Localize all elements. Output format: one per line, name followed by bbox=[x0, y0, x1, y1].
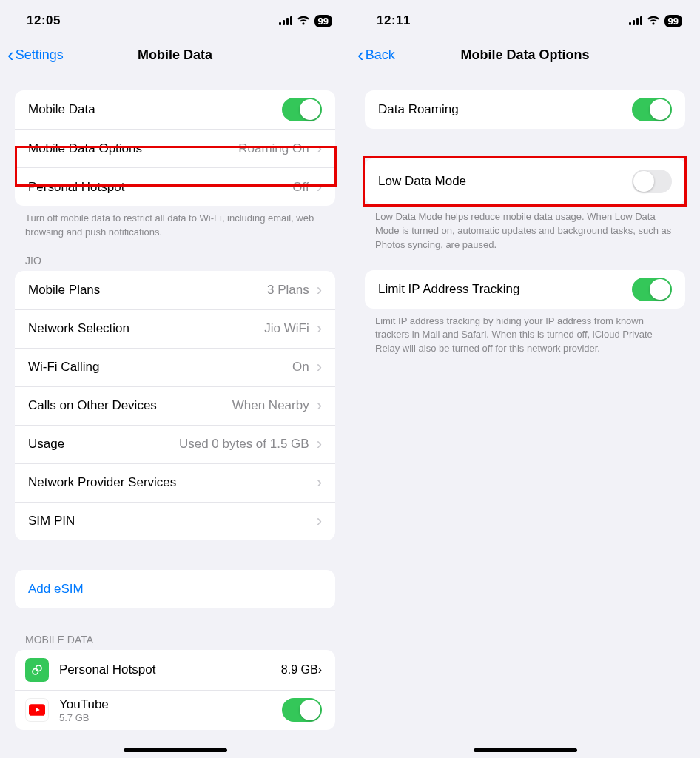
row-data-roaming[interactable]: Data Roaming bbox=[365, 90, 685, 129]
network-label: Network Selection bbox=[28, 321, 264, 336]
signal-icon bbox=[279, 16, 292, 25]
youtube-toggle[interactable] bbox=[282, 698, 322, 722]
options-value: Roaming On bbox=[238, 141, 309, 156]
status-time: 12:11 bbox=[377, 13, 411, 28]
row-limit-ip[interactable]: Limit IP Address Tracking bbox=[365, 270, 685, 309]
chevron-right-icon: › bbox=[317, 179, 322, 195]
status-time: 12:05 bbox=[27, 13, 61, 28]
app-youtube-text: YouTube 5.7 GB bbox=[59, 697, 282, 723]
roaming-toggle[interactable] bbox=[632, 98, 672, 121]
plans-value: 3 Plans bbox=[267, 283, 309, 298]
row-provider[interactable]: Network Provider Services › bbox=[15, 463, 335, 502]
roaming-label: Data Roaming bbox=[378, 102, 632, 117]
limitip-label: Limit IP Address Tracking bbox=[378, 282, 632, 297]
row-network[interactable]: Network Selection Jio WiFi › bbox=[15, 309, 335, 348]
add-esim-label: Add eSIM bbox=[28, 582, 322, 597]
row-app-youtube[interactable]: YouTube 5.7 GB bbox=[15, 690, 335, 730]
row-plans[interactable]: Mobile Plans 3 Plans › bbox=[15, 271, 335, 309]
network-value: Jio WiFi bbox=[264, 321, 309, 336]
back-button[interactable]: ‹ Back bbox=[357, 45, 395, 64]
chevron-right-icon: › bbox=[317, 474, 322, 491]
page-title: Mobile Data Options bbox=[350, 47, 700, 63]
hotspot-label: Personal Hotspot bbox=[28, 180, 292, 195]
chevron-right-icon: › bbox=[317, 141, 322, 157]
options-label: Mobile Data Options bbox=[28, 141, 238, 156]
youtube-icon bbox=[25, 698, 49, 722]
chevron-right-icon: › bbox=[317, 513, 322, 529]
wificall-value: On bbox=[292, 360, 309, 375]
mobile-data-label: Mobile Data bbox=[28, 102, 282, 117]
wifi-icon bbox=[647, 16, 660, 26]
status-icons: 99 bbox=[629, 15, 682, 27]
row-app-hotspot[interactable]: Personal Hotspot 8.9 GB › bbox=[15, 650, 335, 690]
limitip-footer: Limit IP address tracking by hiding your… bbox=[350, 309, 700, 357]
chevron-right-icon: › bbox=[317, 436, 322, 452]
chevron-right-icon: › bbox=[318, 663, 322, 677]
app-hotspot-value: 8.9 GB bbox=[281, 663, 318, 677]
svg-point-1 bbox=[36, 665, 42, 671]
row-low-data-mode[interactable]: Low Data Mode bbox=[365, 158, 685, 204]
app-hotspot-text: Personal Hotspot bbox=[59, 663, 281, 677]
plans-label: Mobile Plans bbox=[28, 283, 267, 298]
row-mobile-data[interactable]: Mobile Data bbox=[15, 90, 335, 129]
nav-bar: ‹ Settings Mobile Data bbox=[0, 37, 350, 73]
status-bar: 12:11 99 bbox=[350, 0, 700, 37]
hotspot-value: Off bbox=[292, 180, 309, 195]
back-label: Back bbox=[366, 47, 395, 63]
group-main: Mobile Data Mobile Data Options Roaming … bbox=[15, 90, 335, 206]
main-footer: Turn off mobile data to restrict all dat… bbox=[0, 206, 350, 240]
row-usage[interactable]: Usage Used 0 bytes of 1.5 GB › bbox=[15, 425, 335, 463]
chevron-right-icon: › bbox=[317, 359, 322, 375]
status-icons: 99 bbox=[279, 15, 332, 27]
app-youtube-sub: 5.7 GB bbox=[59, 712, 282, 723]
chevron-right-icon: › bbox=[317, 398, 322, 414]
other-value: When Nearby bbox=[232, 398, 309, 413]
back-label: Settings bbox=[16, 47, 64, 63]
app-youtube-title: YouTube bbox=[59, 697, 282, 712]
chevron-right-icon: › bbox=[317, 282, 322, 298]
sim-label: SIM PIN bbox=[28, 514, 317, 529]
app-hotspot-title: Personal Hotspot bbox=[59, 663, 281, 677]
group-lowdata: Low Data Mode bbox=[365, 158, 685, 204]
row-sim-pin[interactable]: SIM PIN › bbox=[15, 502, 335, 540]
lowdata-toggle[interactable] bbox=[632, 170, 672, 193]
group-esim: Add eSIM bbox=[15, 570, 335, 608]
usage-value: Used 0 bytes of 1.5 GB bbox=[179, 437, 309, 452]
row-mobile-data-options[interactable]: Mobile Data Options Roaming On › bbox=[15, 129, 335, 167]
home-indicator[interactable] bbox=[124, 748, 227, 752]
chevron-right-icon: › bbox=[317, 321, 322, 337]
group-limitip: Limit IP Address Tracking bbox=[365, 270, 685, 309]
lowdata-label: Low Data Mode bbox=[378, 174, 632, 189]
row-add-esim[interactable]: Add eSIM bbox=[15, 570, 335, 608]
wificall-label: Wi-Fi Calling bbox=[28, 360, 292, 375]
limitip-toggle[interactable] bbox=[632, 278, 672, 301]
row-personal-hotspot[interactable]: Personal Hotspot Off › bbox=[15, 167, 335, 206]
status-bar: 12:05 99 bbox=[0, 0, 350, 37]
hotspot-icon bbox=[25, 658, 49, 682]
other-label: Calls on Other Devices bbox=[28, 398, 232, 413]
battery-icon: 99 bbox=[314, 15, 332, 27]
signal-icon bbox=[629, 16, 642, 25]
wifi-icon bbox=[297, 16, 310, 26]
svg-point-0 bbox=[33, 668, 38, 674]
chevron-left-icon: ‹ bbox=[7, 45, 14, 64]
back-button[interactable]: ‹ Settings bbox=[7, 45, 64, 64]
group-apps: Personal Hotspot 8.9 GB › YouTube 5.7 GB bbox=[15, 650, 335, 730]
left-screenshot: 12:05 99 ‹ Settings Mobile Data Mobile D… bbox=[0, 0, 350, 758]
chevron-left-icon: ‹ bbox=[357, 45, 364, 64]
jio-header: JIO bbox=[0, 240, 350, 271]
usage-label: Usage bbox=[28, 437, 179, 452]
mobile-data-toggle[interactable] bbox=[282, 98, 322, 121]
lowdata-footer: Low Data Mode helps reduce mobile data u… bbox=[350, 204, 700, 252]
group-roaming: Data Roaming bbox=[365, 90, 685, 129]
group-jio: Mobile Plans 3 Plans › Network Selection… bbox=[15, 271, 335, 540]
nav-bar: ‹ Back Mobile Data Options bbox=[350, 37, 700, 73]
battery-icon: 99 bbox=[664, 15, 682, 27]
row-wifi-calling[interactable]: Wi-Fi Calling On › bbox=[15, 348, 335, 386]
home-indicator[interactable] bbox=[474, 748, 577, 752]
apps-header: MOBILE DATA bbox=[0, 608, 350, 650]
provider-label: Network Provider Services bbox=[28, 475, 317, 490]
row-other-devices[interactable]: Calls on Other Devices When Nearby › bbox=[15, 386, 335, 425]
right-screenshot: 12:11 99 ‹ Back Mobile Data Options Data… bbox=[350, 0, 700, 758]
